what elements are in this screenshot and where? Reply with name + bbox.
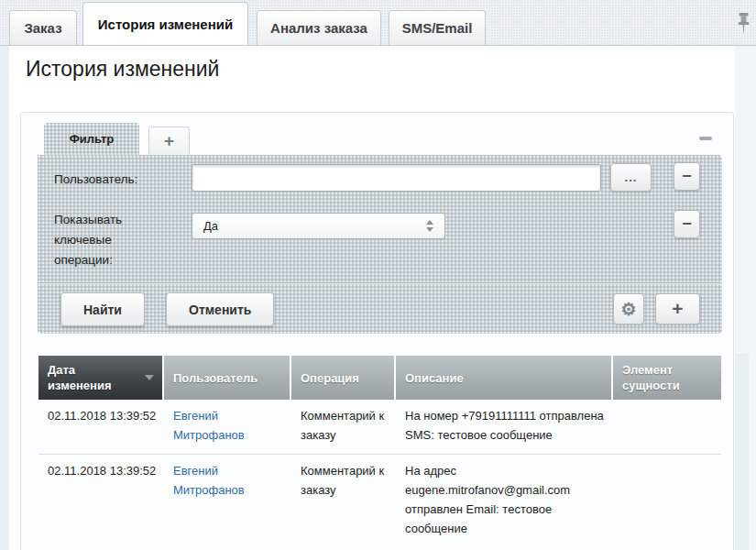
cancel-button[interactable]: Отменить <box>166 292 274 326</box>
main-tab-bar: Заказ История изменений Анализ заказа SM… <box>0 0 756 46</box>
tab-sms-email[interactable]: SMS/Email <box>389 10 486 45</box>
cell-date: 02.11.2018 13:39:52 <box>38 455 162 547</box>
cell-description: На адрес eugene.mitrofanov@gmail.com отп… <box>396 455 611 547</box>
column-header-user[interactable]: Пользователь <box>164 356 290 400</box>
filter-panel: Пользователь: ... − Показывать ключевые … <box>38 155 722 334</box>
filter-tab[interactable]: Фильтр <box>44 123 139 155</box>
column-header-date-label: Дата изменения <box>48 362 138 393</box>
cell-entity <box>613 400 721 454</box>
browse-users-button[interactable]: ... <box>610 163 652 192</box>
remove-key-operations-filter-button[interactable]: − <box>674 210 700 238</box>
user-input[interactable] <box>192 164 601 192</box>
gear-icon[interactable]: ⚙ <box>613 293 644 324</box>
cell-date: 02.11.2018 13:39:52 <box>38 400 162 454</box>
user-field-label: Пользователь: <box>54 172 137 186</box>
page-title: История изменений <box>26 57 219 82</box>
sort-desc-icon <box>145 375 154 380</box>
filter-divider <box>38 282 722 284</box>
add-filter-field-button[interactable]: + <box>655 293 700 324</box>
key-operations-label: Показывать ключевые операции: <box>54 210 160 270</box>
table-row: 02.11.2018 13:39:52 Евгений Митрофанов К… <box>38 455 721 547</box>
cell-operation: Комментарий к заказу <box>291 455 394 547</box>
tab-change-history[interactable]: История изменений <box>82 2 248 45</box>
column-header-description[interactable]: Описание <box>396 356 611 400</box>
cell-user-link[interactable]: Евгений Митрофанов <box>164 455 290 547</box>
column-header-entity[interactable]: Элемент сущности <box>613 356 721 400</box>
order-history-window: Заказ История изменений Анализ заказа SM… <box>0 0 756 550</box>
scrollbar-track[interactable] <box>735 353 749 550</box>
collapse-filter-icon[interactable] <box>699 137 712 140</box>
remove-user-filter-button[interactable]: − <box>674 162 700 191</box>
table-row: 02.11.2018 13:39:52 Евгений Митрофанов К… <box>38 400 721 455</box>
tab-order[interactable]: Заказ <box>9 10 77 45</box>
pin-icon[interactable] <box>737 12 751 37</box>
cell-user-link[interactable]: Евгений Митрофанов <box>164 400 290 454</box>
key-operations-value: Да <box>203 219 218 233</box>
add-filter-tab-button[interactable]: + <box>148 126 190 155</box>
history-table-body: 02.11.2018 13:39:52 Евгений Митрофанов К… <box>38 400 721 547</box>
column-header-operation[interactable]: Операция <box>291 356 394 400</box>
find-button[interactable]: Найти <box>60 292 145 326</box>
cell-operation: Комментарий к заказу <box>291 400 394 454</box>
cell-entity <box>613 455 721 547</box>
history-table-header: Дата изменения Пользователь Операция Опи… <box>38 356 721 400</box>
cell-description: На номер +79191111111 отправлена SMS: те… <box>396 400 611 454</box>
select-spinner-icon <box>426 220 433 232</box>
key-operations-select[interactable]: Да <box>192 213 445 239</box>
column-header-date[interactable]: Дата изменения <box>38 356 162 400</box>
page-left-margin <box>0 46 9 550</box>
tab-order-analysis[interactable]: Анализ заказа <box>257 10 381 45</box>
